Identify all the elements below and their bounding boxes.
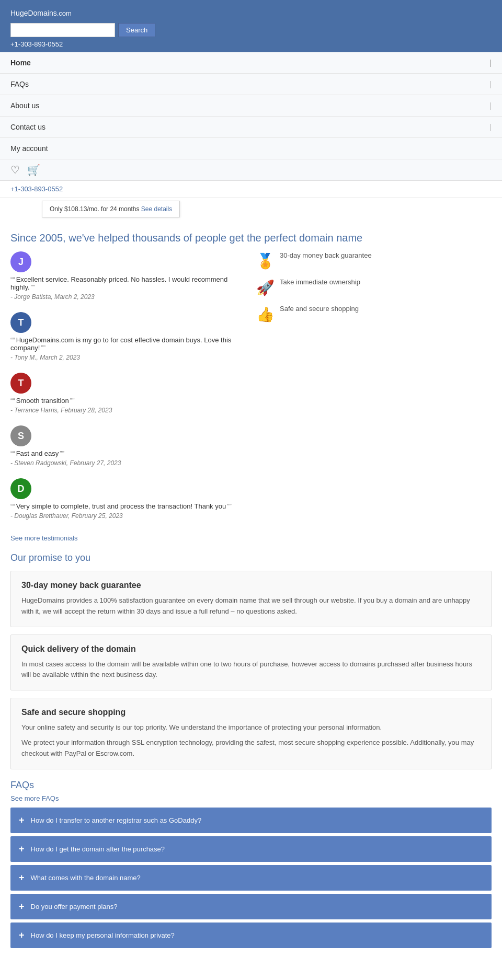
cart-icon[interactable]: 🛒 — [27, 164, 40, 176]
nav-divider-about: | — [489, 101, 492, 110]
testimonial-3-text: Smooth transition — [10, 397, 246, 405]
testimonial-1: J Excellent service. Reasonably priced. … — [10, 251, 246, 301]
promise-card-3-text: Your online safety and security is our t… — [21, 722, 481, 759]
see-more-faqs-link[interactable]: See more FAQs — [10, 794, 59, 802]
promise-section: Our promise to you 30-day money back gua… — [10, 552, 492, 769]
nav-myaccount[interactable]: My account — [0, 138, 502, 159]
questions-bar: +1-303-893-0552 — [0, 181, 502, 198]
tooltip-area: Only $108.13/mo. for 24 months See detai… — [0, 198, 502, 217]
faq-item-1[interactable]: + How do I transfer to another registrar… — [10, 808, 492, 833]
avatar-j: J — [10, 251, 31, 272]
search-button[interactable]: Search — [118, 23, 155, 37]
promise-card-money-back: 30-day money back guarantee HugeDomains … — [10, 571, 492, 627]
faq-plus-icon-3: + — [19, 872, 25, 883]
guarantee-money-back: 🏅 30-day money back guarantee — [256, 251, 492, 270]
promise-card-secure: Safe and secure shopping Your online saf… — [10, 698, 492, 769]
guarantee-immediate-ownership: 🚀 Take immediate ownership — [256, 278, 492, 296]
search-input[interactable] — [10, 23, 115, 37]
search-form: Search — [10, 23, 492, 37]
money-back-icon: 🏅 — [256, 252, 275, 270]
promise-card-3-title: Safe and secure shopping — [21, 708, 481, 717]
faq-plus-icon-5: + — [19, 930, 25, 941]
faq-item-2[interactable]: + How do I get the domain after the purc… — [10, 836, 492, 862]
promise-card-2-title: Quick delivery of the domain — [21, 644, 481, 654]
avatar-t2: T — [10, 373, 31, 394]
promise-title: Our promise to you — [10, 552, 492, 563]
testimonial-5-author: - Douglas Bretthauer, February 25, 2023 — [10, 512, 246, 520]
testimonial-2: T HugeDomains.com is my go to for cost e… — [10, 312, 246, 361]
nav-contact[interactable]: Contact us | — [0, 117, 502, 138]
avatar-t1: T — [10, 312, 31, 333]
faq-label-5: How do I keep my personal information pr… — [31, 931, 175, 939]
header-phone: +1-303-893-0552 — [10, 40, 492, 48]
avatar-d: D — [10, 478, 31, 499]
header: HugeDomains.com Search +1-303-893-0552 — [0, 0, 502, 52]
faq-label-2: How do I get the domain after the purcha… — [31, 845, 165, 853]
nav-divider-contact: | — [489, 123, 492, 131]
faq-item-4[interactable]: + Do you offer payment plans? — [10, 894, 492, 919]
main-heading: Since 2005, we've helped thousands of pe… — [10, 232, 492, 244]
see-more-testimonials-link[interactable]: See more testimonials — [10, 534, 78, 542]
promise-card-1-title: 30-day money back guarantee — [21, 581, 481, 590]
promise-card-quick-delivery: Quick delivery of the domain In most cas… — [10, 635, 492, 691]
testimonial-3-author: - Terrance Harris, February 28, 2023 — [10, 407, 246, 414]
faq-label-4: Do you offer payment plans? — [31, 903, 118, 910]
nav-faqs[interactable]: FAQs | — [0, 74, 502, 95]
promise-card-1-text: HugeDomains provides a 100% satisfaction… — [21, 595, 481, 617]
nav-home[interactable]: Home | — [0, 52, 502, 74]
nav: Home | FAQs | About us | Contact us | My… — [0, 52, 502, 181]
testimonial-4: S Fast and easy - Steven Radgowski, Febr… — [10, 425, 246, 467]
testimonial-1-author: - Jorge Batista, March 2, 2023 — [10, 293, 246, 301]
faq-label-3: What comes with the domain name? — [31, 874, 141, 882]
testimonial-5-text: Very simple to complete, trust and proce… — [10, 502, 246, 510]
nav-action-icons: ♡ 🛒 — [0, 159, 502, 180]
faq-item-3[interactable]: + What comes with the domain name? — [10, 865, 492, 891]
nav-divider-home: | — [489, 59, 492, 67]
guarantees-column: 🏅 30-day money back guarantee 🚀 Take imm… — [256, 251, 492, 542]
nav-about[interactable]: About us | — [0, 95, 502, 117]
thumbs-up-icon: 👍 — [256, 306, 275, 323]
faq-plus-icon-1: + — [19, 815, 25, 826]
testimonial-2-author: - Tony M., March 2, 2023 — [10, 354, 246, 361]
faqs-title: FAQs — [10, 780, 492, 791]
guarantee-money-back-label: 30-day money back guarantee — [280, 251, 372, 259]
testimonial-4-author: - Steven Radgowski, February 27, 2023 — [10, 459, 246, 467]
testimonial-5: D Very simple to complete, trust and pro… — [10, 478, 246, 520]
rocket-icon: 🚀 — [256, 279, 275, 296]
nav-divider-faqs: | — [489, 80, 492, 88]
faq-plus-icon-2: + — [19, 844, 25, 855]
faqs-section: FAQs See more FAQs + How do I transfer t… — [10, 780, 492, 948]
wishlist-icon[interactable]: ♡ — [10, 164, 20, 176]
testimonial-4-text: Fast and easy — [10, 449, 246, 457]
avatar-s: S — [10, 425, 31, 446]
main-content: Since 2005, we've helped thousands of pe… — [0, 217, 502, 964]
tooltip-popup: Only $108.13/mo. for 24 months See detai… — [42, 201, 180, 217]
testimonials-guarantees-section: J Excellent service. Reasonably priced. … — [10, 251, 492, 542]
promise-card-2-text: In most cases access to the domain will … — [21, 659, 481, 681]
questions-phone-link[interactable]: +1-303-893-0552 — [10, 185, 63, 193]
faq-plus-icon-4: + — [19, 901, 25, 912]
faq-item-5[interactable]: + How do I keep my personal information … — [10, 923, 492, 948]
tooltip-details-link[interactable]: See details — [141, 205, 172, 213]
testimonials-column: J Excellent service. Reasonably priced. … — [10, 251, 246, 542]
guarantee-secure: 👍 Safe and secure shopping — [256, 305, 492, 323]
logo: HugeDomains.com — [10, 5, 72, 19]
guarantee-secure-label: Safe and secure shopping — [280, 305, 359, 313]
guarantee-immediate-ownership-label: Take immediate ownership — [280, 278, 360, 286]
testimonial-2-text: HugeDomains.com is my go to for cost eff… — [10, 336, 246, 352]
testimonial-3: T Smooth transition - Terrance Harris, F… — [10, 373, 246, 414]
faq-label-1: How do I transfer to another registrar s… — [31, 816, 202, 824]
testimonial-1-text: Excellent service. Reasonably priced. No… — [10, 275, 246, 291]
